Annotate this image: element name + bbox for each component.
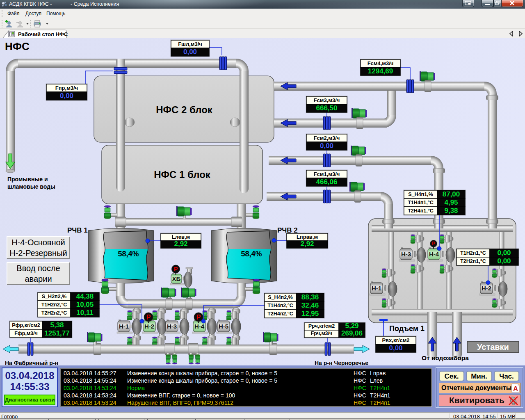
svg-text:На Фабричный р-н: На Фабричный р-н [5, 360, 58, 365]
svg-text:От водозабора: От водозабора [422, 354, 469, 361]
svg-text:S_H4п2,%: S_H4п2,% [268, 294, 292, 300]
svg-text:S_H2п2,%: S_H2п2,% [42, 294, 66, 299]
svg-text:A: A [513, 385, 518, 392]
svg-text:НФС 1 блок: НФС 1 блок [154, 169, 211, 180]
svg-text:Рфр,кг/см2: Рфр,кг/см2 [12, 322, 40, 328]
svg-text:T1Н2п2,°С: T1Н2п2,°С [41, 302, 67, 308]
svg-text:44,38: 44,38 [76, 292, 94, 300]
svg-text:12,95: 12,95 [301, 310, 319, 317]
svg-text:32,46: 32,46 [301, 301, 319, 309]
svg-text:P: P [174, 266, 178, 272]
svg-text:T1Н2п1,°С: T1Н2п1,°С [460, 250, 486, 256]
svg-text:T1Н4п1,°С: T1Н4п1,°С [408, 200, 434, 205]
svg-text:Н-4: Н-4 [429, 251, 439, 258]
svg-text:аварии: аварии [25, 274, 52, 283]
svg-text:10,05: 10,05 [76, 301, 94, 308]
svg-text:Н-2: Н-2 [144, 323, 154, 330]
svg-text:Н-4-Основной: Н-4-Основной [11, 238, 65, 247]
svg-text:5,29: 5,29 [345, 322, 358, 330]
svg-text:T2Н4п2,°С: T2Н4п2,°С [267, 311, 293, 317]
svg-text:Fсм2,м3/ч: Fсм2,м3/ч [314, 135, 340, 141]
svg-text:0,00: 0,00 [497, 257, 511, 265]
svg-text:0,00: 0,00 [389, 344, 402, 352]
svg-text:466,06: 466,06 [316, 178, 338, 186]
svg-text:2,92: 2,92 [300, 240, 314, 248]
svg-text:0,00: 0,00 [183, 48, 197, 56]
svg-text:58,4%: 58,4% [118, 250, 139, 258]
svg-text:T1Н4п2,°С: T1Н4п2,°С [267, 303, 293, 308]
svg-text:T2Н2п2,°С: T2Н2п2,°С [41, 310, 67, 316]
svg-text:Промывные и: Промывные и [7, 176, 48, 183]
svg-text:1251,77: 1251,77 [44, 329, 69, 337]
svg-text:Рабочий стол НФС: Рабочий стол НФС [18, 31, 68, 37]
svg-text:0,00: 0,00 [320, 142, 333, 150]
svg-text:P: P [196, 314, 201, 321]
svg-text:5,38: 5,38 [50, 321, 64, 329]
svg-text:Fсм1,м3/ч: Fсм1,м3/ч [314, 171, 340, 177]
svg-text:666,50: 666,50 [316, 104, 338, 112]
svg-text:P: P [146, 314, 151, 321]
svg-text:Н-2-Резервный: Н-2-Резервный [9, 249, 67, 258]
svg-text:Fшл,м3/ч: Fшл,м3/ч [178, 41, 202, 47]
svg-text:0,00: 0,00 [497, 249, 511, 257]
svg-text:Fпр,м3/ч: Fпр,м3/ч [55, 85, 78, 91]
svg-text:Н-1: Н-1 [119, 323, 129, 330]
svg-text:Н-3: Н-3 [401, 251, 411, 258]
svg-text:Н-2: Н-2 [482, 285, 491, 292]
svg-text:Подъем 1: Подъем 1 [389, 324, 425, 333]
svg-text:Н-3: Н-3 [167, 323, 177, 330]
svg-text:РЧВ 1: РЧВ 1 [67, 226, 88, 234]
svg-text:НФС: НФС [5, 40, 30, 52]
svg-text:T2Н4п1,°С: T2Н4п1,°С [408, 208, 434, 214]
svg-text:ХБ: ХБ [172, 275, 181, 282]
svg-text:Уставки: Уставки [477, 342, 509, 352]
svg-text:10,11: 10,11 [76, 309, 94, 317]
svg-text:87,00: 87,00 [443, 190, 460, 198]
svg-text:На р-н Черноречье: На р-н Черноречье [315, 360, 368, 365]
svg-text:Fфр,м3/ч: Fфр,м3/ч [14, 331, 38, 336]
svg-text:Fсм3,м3/ч: Fсм3,м3/ч [314, 97, 340, 103]
svg-text:Fрч,м3/ч: Fрч,м3/ч [311, 331, 333, 336]
svg-text:Н-4: Н-4 [194, 323, 205, 330]
svg-text:T2Н2п1,°С: T2Н2п1,°С [460, 258, 486, 264]
svg-text:Lправ,м: Lправ,м [297, 234, 318, 240]
svg-text:S_H4п1,%: S_H4п1,% [408, 192, 433, 197]
svg-text:НФС 2 блок: НФС 2 блок [156, 104, 213, 115]
svg-text:шламовые воды: шламовые воды [7, 183, 55, 190]
svg-text:Ррч,кг/см2: Ррч,кг/см2 [308, 323, 335, 329]
svg-text:Ввод после: Ввод после [16, 264, 60, 273]
svg-text:58,4%: 58,4% [241, 250, 262, 258]
svg-text:4,95: 4,95 [444, 199, 458, 206]
svg-text:P: P [432, 241, 435, 247]
svg-text:Fсм4,м3/ч: Fсм4,м3/ч [368, 60, 394, 66]
svg-text:9,38: 9,38 [444, 207, 458, 215]
svg-text:88,36: 88,36 [301, 293, 319, 301]
svg-text:2,92: 2,92 [174, 240, 187, 248]
svg-text:Н-5: Н-5 [219, 323, 228, 330]
svg-text:269,06: 269,06 [341, 329, 363, 337]
svg-text:Lлев,м: Lлев,м [172, 234, 190, 240]
svg-text:1294,69: 1294,69 [368, 67, 393, 75]
svg-text:Рвх,кг/см2: Рвх,кг/см2 [382, 337, 409, 343]
svg-text:0,00: 0,00 [60, 92, 73, 100]
svg-text:Н-1: Н-1 [372, 285, 381, 292]
